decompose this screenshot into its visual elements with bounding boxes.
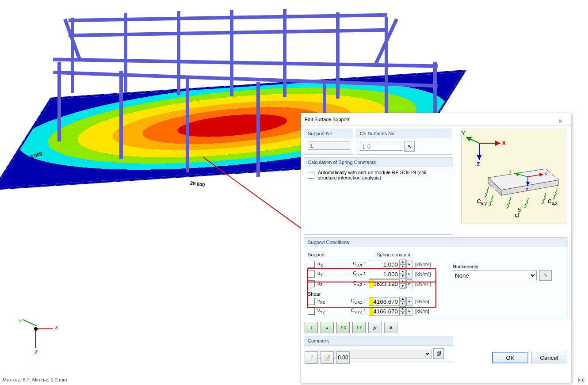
group-label: Support No. bbox=[304, 129, 353, 138]
cuz-input[interactable] bbox=[369, 279, 400, 288]
checkbox-label: Automatically with add-on module RF-SOIL… bbox=[318, 170, 446, 180]
vyz-checkbox[interactable] bbox=[308, 308, 315, 315]
col-support-label: Support bbox=[308, 252, 336, 257]
spin-up-icon[interactable]: ▲ bbox=[400, 297, 406, 301]
spin-up-icon[interactable]: ▲ bbox=[400, 306, 406, 311]
dialog-title: Edit Surface Support bbox=[305, 113, 553, 126]
dialog-bottom-bar: ❔ 📝 0.00 OK Cancel bbox=[305, 351, 567, 364]
svg-text:Cu,y: Cu,y bbox=[477, 198, 487, 206]
cvxz-input[interactable] bbox=[369, 297, 400, 306]
spin-up-icon[interactable]: ▲ bbox=[400, 269, 406, 274]
tool-slide-y-icon[interactable]: ⇞Y bbox=[352, 322, 366, 333]
spin-step-icon[interactable]: ▸ bbox=[406, 260, 412, 269]
spin-up-icon[interactable]: ▲ bbox=[400, 279, 406, 284]
svg-text:Z: Z bbox=[477, 161, 480, 168]
group-label: On Surfaces No. bbox=[356, 129, 452, 138]
spin-step-icon[interactable]: ▸ bbox=[406, 270, 412, 278]
group-label: Support Conditions bbox=[304, 238, 568, 247]
ok-button[interactable]: OK bbox=[492, 352, 528, 363]
nonlinearity-label: Nonlinearity bbox=[453, 264, 563, 269]
shear-label: Shear bbox=[308, 291, 564, 297]
notes-button[interactable]: 📝 bbox=[321, 351, 334, 364]
group-label: Comment bbox=[304, 336, 453, 346]
group-support-no: Support No. bbox=[304, 129, 353, 155]
svg-text:Cu,z: Cu,z bbox=[514, 208, 521, 217]
spin-down-icon[interactable]: ▼ bbox=[400, 264, 406, 269]
status-bar-text: Max u-z: 8.7, Min u-z: 0.2 mm bbox=[3, 377, 67, 382]
tool-none-icon[interactable]: ✖ bbox=[384, 322, 397, 333]
unit-label: [kN/m³] bbox=[415, 281, 438, 286]
spin-down-icon[interactable]: ▼ bbox=[400, 284, 406, 289]
uz-checkbox[interactable] bbox=[308, 280, 315, 287]
help-icon: ❔ bbox=[308, 355, 315, 361]
help-button[interactable]: ❔ bbox=[305, 351, 318, 364]
spin-step-icon[interactable]: ▸ bbox=[406, 297, 412, 306]
svg-text:X: X bbox=[502, 140, 506, 146]
unit-label: [kN/m] bbox=[415, 309, 438, 314]
axis-y-label: Y bbox=[19, 319, 22, 324]
edit-surface-support-dialog: Edit Surface Support ✕ Support No. On Su… bbox=[301, 113, 571, 383]
row-vxz: vXZ Cv,XZ : ▲▼ ▸ [kN/m] bbox=[308, 297, 564, 306]
unit-label: [kN/m³] bbox=[415, 271, 438, 277]
group-support-conditions: Support Conditions Support Spring consta… bbox=[304, 237, 568, 319]
axis-z-label: Z bbox=[34, 350, 38, 355]
units-button[interactable]: 0.00 bbox=[336, 351, 350, 364]
axis-x-label: X bbox=[55, 325, 58, 330]
svg-text:y: y bbox=[509, 168, 512, 173]
vxz-checkbox[interactable] bbox=[308, 298, 315, 305]
spin-step-icon[interactable]: ▸ bbox=[406, 307, 412, 316]
dimension-long: 28.000 bbox=[190, 180, 205, 188]
spin-up-icon[interactable]: ▲ bbox=[400, 259, 406, 264]
pick-surfaces-button[interactable]: ↖ bbox=[404, 141, 415, 152]
checkbox-icon bbox=[308, 172, 314, 179]
unit-label: [kN/m³] bbox=[415, 262, 438, 267]
tool-sound-icon[interactable]: 🔊 bbox=[368, 322, 382, 333]
svg-text:Cu,x: Cu,x bbox=[548, 198, 557, 206]
col-spring-label: Spring constant bbox=[377, 252, 410, 257]
spin-down-icon[interactable]: ▼ bbox=[400, 311, 406, 316]
row-vyz: vYZ Cv,YZ : ▲▼ ▸ [kN/m] bbox=[308, 306, 564, 316]
svg-text:Y: Y bbox=[462, 130, 465, 137]
dimension-short: 3.000 bbox=[30, 151, 43, 160]
support-preview-image: X Y Z x y z bbox=[461, 129, 566, 224]
dialog-titlebar[interactable]: Edit Surface Support ✕ bbox=[301, 113, 571, 126]
tool-hinged-icon[interactable]: ▲ bbox=[321, 322, 334, 333]
cux-input[interactable] bbox=[369, 260, 400, 269]
close-icon[interactable]: ✕ bbox=[553, 115, 567, 124]
uy-checkbox[interactable] bbox=[308, 271, 315, 278]
nonlinearity-block: Nonlinearity None ✎ bbox=[453, 264, 563, 281]
cancel-button[interactable]: Cancel bbox=[531, 352, 567, 363]
axis-widget[interactable]: X Z Y bbox=[18, 319, 57, 354]
on-surfaces-field[interactable] bbox=[360, 142, 402, 151]
auto-rf-soilin-checkbox[interactable]: Automatically with add-on module RF-SOIL… bbox=[308, 170, 446, 180]
spin-down-icon[interactable]: ▼ bbox=[400, 274, 406, 279]
notes-icon: 📝 bbox=[324, 355, 331, 361]
spin-step-icon[interactable]: ▸ bbox=[406, 279, 412, 288]
nonlinearity-edit-button[interactable]: ✎ bbox=[539, 270, 552, 281]
callout-arrow bbox=[203, 157, 304, 230]
cuy-input[interactable] bbox=[369, 270, 400, 278]
unit-label: [kN/m] bbox=[415, 299, 438, 304]
svg-line-2 bbox=[466, 137, 479, 143]
svg-text:z: z bbox=[526, 187, 528, 192]
spin-down-icon[interactable]: ▼ bbox=[400, 301, 406, 306]
cvyz-input[interactable] bbox=[369, 307, 400, 316]
support-no-field[interactable] bbox=[308, 141, 350, 150]
svg-text:x: x bbox=[545, 171, 547, 176]
group-calc-spring-constants: Calculation of Spring Constants Automati… bbox=[304, 157, 453, 235]
tool-fixed-icon[interactable]: ⌇ bbox=[305, 322, 318, 333]
group-on-surfaces: On Surfaces No. ↖ bbox=[356, 129, 452, 155]
units-icon: 0.00 bbox=[338, 355, 348, 361]
tool-slide-x-icon[interactable]: ⇞X bbox=[336, 322, 350, 333]
support-type-toolbar: ⌇ ▲ ⇞X ⇞Y 🔊 ✖ bbox=[304, 319, 568, 336]
unit-label: [m] bbox=[578, 377, 584, 382]
ux-checkbox[interactable] bbox=[308, 261, 315, 268]
group-label: Calculation of Spring Constants bbox=[304, 158, 453, 167]
nonlinearity-select[interactable]: None bbox=[453, 271, 537, 280]
